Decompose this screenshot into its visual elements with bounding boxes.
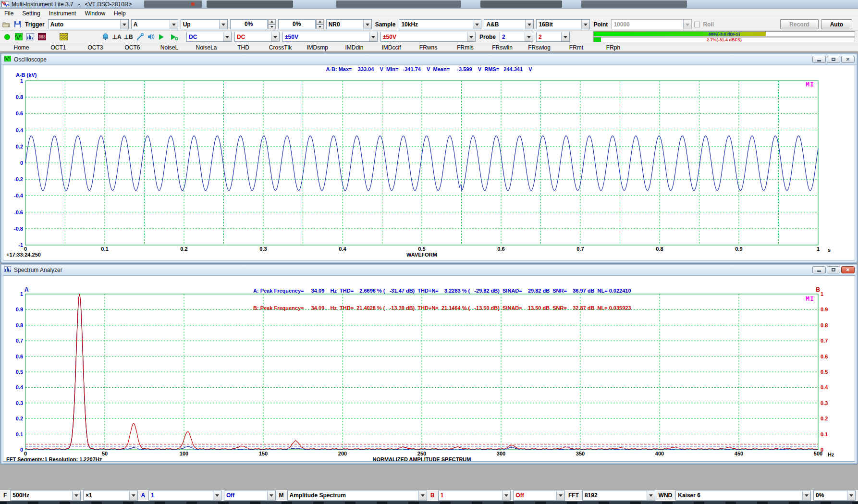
svg-text:400: 400 [655, 451, 664, 456]
dropdown-arrow-icon[interactable] [223, 32, 231, 41]
signal-generator-icon[interactable] [60, 33, 68, 41]
tab-frswlin[interactable]: FRswlin [484, 44, 521, 51]
tab-crosstlk[interactable]: CrossTlk [262, 44, 299, 51]
dropdown-arrow-icon[interactable] [802, 491, 810, 500]
dropdown-arrow-icon[interactable] [120, 20, 128, 29]
oscilloscope-icon[interactable] [14, 33, 23, 41]
trigger-delay-stepper[interactable]: 0% [278, 19, 324, 29]
oscilloscope-stats: A-B: Max= 333.04 V Min= -341.74 V Mean= … [3, 66, 855, 72]
coupling-a-select[interactable]: DC [186, 32, 232, 42]
svg-text:1: 1 [817, 246, 820, 252]
frequency-multiplier-select[interactable]: ×1 [83, 491, 137, 501]
dropdown-arrow-icon[interactable] [473, 20, 481, 29]
dropdown-arrow-icon[interactable] [219, 20, 227, 29]
spin-up-icon[interactable] [316, 19, 324, 25]
probe-calibration-icon[interactable] [135, 33, 144, 41]
tab-home[interactable]: Home [3, 44, 40, 51]
a-mode-select[interactable]: Off [224, 491, 276, 501]
generator-frequency-select[interactable]: 500Hz [10, 491, 81, 501]
trigger-edge-select[interactable]: Up [181, 19, 228, 29]
tab-oct6[interactable]: OCT6 [114, 44, 151, 51]
dropdown-arrow-icon[interactable] [271, 32, 279, 41]
tab-noisela[interactable]: NoiseLa [188, 44, 225, 51]
sample-rate-select[interactable]: 10kHz [399, 19, 481, 29]
fft-size-select[interactable]: 8192 [582, 491, 655, 501]
spin-down-icon[interactable] [316, 25, 324, 30]
dropdown-arrow-icon[interactable] [502, 491, 510, 500]
multimeter-icon[interactable]: 888 [37, 33, 46, 41]
minimize-icon[interactable] [812, 56, 826, 63]
probe-a-select[interactable]: 2 [500, 32, 533, 42]
view-mode-select[interactable]: Amplitude Spectrum [287, 491, 427, 501]
close-icon[interactable]: ✕ [841, 56, 855, 63]
dropdown-arrow-icon[interactable] [129, 491, 137, 500]
dropdown-arrow-icon[interactable] [72, 491, 80, 500]
range-b-select[interactable]: ±50V [380, 32, 476, 42]
menu-instrument[interactable]: Instrument [45, 9, 81, 18]
restore-icon[interactable] [827, 266, 840, 273]
save-icon[interactable] [13, 20, 22, 29]
menu-file[interactable]: File [0, 9, 18, 18]
window-function-select[interactable]: Kaiser 6 [675, 491, 811, 501]
run-single-icon[interactable] [170, 33, 179, 41]
spin-down-icon[interactable] [268, 25, 276, 30]
dropdown-arrow-icon[interactable] [581, 20, 589, 29]
svg-text:0.7: 0.7 [16, 338, 23, 344]
run-icon[interactable] [159, 33, 167, 41]
windows-taskbar[interactable] [0, 501, 858, 504]
spin-up-icon[interactable] [268, 19, 276, 25]
minimize-icon[interactable] [812, 266, 826, 273]
tab-frwns[interactable]: FRwns [410, 44, 447, 51]
trigger-marker-a-icon[interactable]: ⊥A [112, 33, 121, 41]
tab-imdccif[interactable]: IMDccif [373, 44, 410, 51]
dropdown-arrow-icon[interactable] [267, 491, 275, 500]
dropdown-arrow-icon[interactable] [363, 20, 371, 29]
dropdown-arrow-icon[interactable] [525, 32, 533, 41]
dropdown-arrow-icon[interactable] [467, 32, 475, 41]
b-gain-select[interactable]: 1 [438, 491, 511, 501]
dropdown-arrow-icon[interactable] [369, 32, 377, 41]
dropdown-arrow-icon[interactable] [418, 491, 427, 500]
dropdown-arrow-icon[interactable] [213, 491, 221, 500]
trigger-source-select[interactable]: A [131, 19, 178, 29]
menu-window[interactable]: Window [80, 9, 110, 18]
trigger-level-stepper[interactable]: 0% [230, 19, 276, 29]
trigger-mode-select[interactable]: Auto [48, 19, 129, 29]
menu-help[interactable]: Help [110, 9, 130, 18]
tab-imddin[interactable]: IMDdin [336, 44, 373, 51]
bit-depth-select[interactable]: 16Bit [536, 19, 590, 29]
tab-frmls[interactable]: FRmls [447, 44, 484, 51]
range-a-select[interactable]: ±50V [282, 32, 378, 42]
menu-setting[interactable]: Setting [18, 9, 44, 18]
tab-noisel[interactable]: NoiseL [151, 44, 188, 51]
probe-b-select[interactable]: 2 [536, 32, 570, 42]
spectrum-analyzer-icon[interactable] [26, 33, 35, 41]
overlap-select[interactable]: 0% [813, 491, 856, 501]
restore-icon[interactable] [827, 56, 840, 63]
frequency-label: F [2, 492, 8, 499]
tab-oct1[interactable]: OCT1 [40, 44, 77, 51]
b-mode-select[interactable]: Off [513, 491, 565, 501]
close-icon[interactable]: ✕ [841, 266, 855, 273]
dropdown-arrow-icon[interactable] [561, 32, 569, 41]
dropdown-arrow-icon[interactable] [170, 20, 178, 29]
tab-oct3[interactable]: OCT3 [77, 44, 114, 51]
channels-select[interactable]: A&B [484, 19, 534, 29]
calibration-bell-icon[interactable] [101, 33, 110, 41]
dropdown-arrow-icon[interactable] [556, 491, 564, 500]
dropdown-arrow-icon[interactable] [647, 491, 655, 500]
dropdown-arrow-icon[interactable] [847, 491, 855, 500]
a-gain-select[interactable]: 1 [148, 491, 221, 501]
tab-frswlog[interactable]: FRswlog [521, 44, 558, 51]
dropdown-arrow-icon[interactable] [525, 20, 533, 29]
noise-rejection-select[interactable]: NR0 [326, 19, 372, 29]
trigger-marker-b-icon[interactable]: ⊥B [124, 33, 133, 41]
tab-thd[interactable]: THD [225, 44, 262, 51]
tab-frmt[interactable]: FRmt [558, 44, 595, 51]
tab-imdsmp[interactable]: IMDsmp [299, 44, 336, 51]
tab-frph[interactable]: FRph [595, 44, 632, 51]
auto-button[interactable]: Auto [821, 19, 852, 29]
coupling-b-select[interactable]: DC [234, 32, 280, 42]
speaker-icon[interactable] [147, 33, 156, 41]
open-file-icon[interactable] [2, 20, 11, 29]
